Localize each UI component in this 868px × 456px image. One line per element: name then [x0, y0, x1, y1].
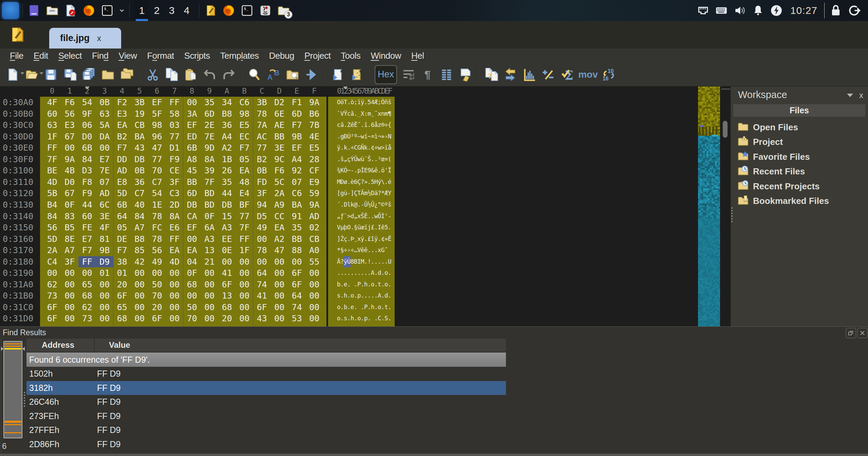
hex-row[interactable]: 0:319000000001010000000F00410064006F00..…	[0, 267, 730, 279]
hex-char[interactable]: k	[344, 142, 347, 154]
hex-byte[interactable]: 59	[306, 188, 323, 199]
hex-char[interactable]: b	[344, 302, 347, 313]
hex-byte[interactable]: EF	[183, 119, 201, 131]
hex-char[interactable]: .	[381, 256, 384, 268]
hex-byte[interactable]: 0F	[61, 199, 79, 211]
hex-byte[interactable]: 73	[43, 290, 61, 302]
hex-byte[interactable]: A0	[306, 245, 323, 256]
hex-byte[interactable]: 6F	[218, 279, 236, 290]
workspace-item-open-files[interactable]: Open Files	[737, 120, 865, 134]
hex-byte[interactable]: 00	[166, 279, 184, 290]
hex-char[interactable]: *	[381, 188, 384, 199]
menu-templates[interactable]: Templates	[215, 51, 264, 61]
app-menu-icon[interactable]	[26, 3, 41, 18]
hex-byte[interactable]: 70	[148, 165, 166, 176]
hex-byte[interactable]: 6B	[183, 142, 201, 154]
hex-char[interactable]: D	[371, 188, 374, 199]
hex-byte[interactable]: F1	[288, 97, 306, 108]
hex-char[interactable]: »	[384, 233, 388, 245]
hex-byte[interactable]: EA	[113, 119, 131, 131]
hex-byte[interactable]: 06	[78, 119, 96, 131]
hex-byte[interactable]: 00	[131, 290, 149, 302]
hex-char[interactable]	[371, 313, 374, 324]
hex-char[interactable]: I	[378, 222, 381, 233]
hex-char[interactable]: .	[378, 165, 381, 176]
hex-char[interactable]: 8	[351, 256, 354, 268]
hex-byte[interactable]: 60	[43, 108, 61, 120]
hex-byte[interactable]: 78	[148, 233, 166, 245]
hex-byte[interactable]: 4F	[96, 222, 114, 233]
hex-row[interactable]: 0:31104DD0F807E836C73FBB7F3548FD5C07E9MÐ…	[0, 176, 730, 188]
hex-byte[interactable]: 6F	[43, 313, 61, 324]
hex-byte[interactable]: DD	[113, 154, 131, 165]
hex-char[interactable]: .	[381, 290, 384, 302]
hex-byte[interactable]: B2	[253, 154, 271, 165]
copy-icon[interactable]	[164, 67, 180, 82]
hex-char[interactable]: ©	[381, 199, 384, 211]
hex-byte[interactable]: 7E	[96, 165, 114, 176]
hex-char[interactable]: ƒ	[340, 211, 344, 222]
hex-char[interactable]: V	[357, 245, 361, 256]
hex-byte[interactable]: AD	[96, 188, 114, 199]
hex-char[interactable]: Ú	[347, 131, 351, 142]
hex-byte[interactable]: BE	[43, 165, 61, 176]
hex-char[interactable]: N	[388, 131, 391, 142]
hex-char[interactable]: ù	[361, 154, 364, 165]
hex-char[interactable]: -	[351, 165, 354, 176]
hex-byte[interactable]: F6	[271, 165, 288, 176]
hex-byte[interactable]: 00	[201, 279, 219, 290]
hex-char[interactable]: ù	[344, 188, 347, 199]
hex-char[interactable]: £	[367, 233, 371, 245]
hex-byte[interactable]: E8	[113, 176, 131, 188]
hex-byte[interactable]: 81	[96, 233, 114, 245]
hex-char[interactable]: g	[340, 131, 344, 142]
hex-byte[interactable]: 00	[96, 142, 114, 154]
hex-byte[interactable]: 00	[253, 233, 271, 245]
hex-byte[interactable]: 77	[236, 211, 253, 222]
hex-char[interactable]: .	[364, 233, 367, 245]
hex-char[interactable]: ê	[374, 165, 378, 176]
hex-char[interactable]: Ð	[340, 176, 344, 188]
data-minimap[interactable]	[698, 87, 720, 326]
hex-char[interactable]: ì	[374, 131, 378, 142]
hex-byte[interactable]: C7	[148, 176, 166, 188]
find-icon[interactable]	[247, 67, 262, 82]
hex-byte[interactable]: 8A	[201, 154, 219, 165]
find-result-row[interactable]: 3182h FF D9	[26, 381, 506, 395]
hex-byte[interactable]: 07	[96, 176, 114, 188]
hex-char[interactable]: .	[354, 108, 357, 120]
hex-char[interactable]: ò	[351, 97, 354, 108]
word-wrap-icon[interactable]	[401, 67, 416, 82]
hex-byte[interactable]: A4	[288, 154, 306, 165]
hex-char[interactable]: ˆ	[384, 245, 388, 256]
hex-byte[interactable]: B8	[218, 108, 236, 120]
hex-char[interactable]: œ	[381, 154, 384, 165]
hex-char[interactable]: e	[344, 279, 347, 290]
hex-char[interactable]: .	[378, 233, 381, 245]
hex-char[interactable]: .	[374, 302, 378, 313]
hex-byte[interactable]: 68	[183, 279, 201, 290]
hex-char[interactable]: M	[361, 256, 364, 268]
operations-icon[interactable]	[541, 67, 556, 82]
file-manager-icon[interactable]	[45, 3, 60, 18]
save-all-icon[interactable]	[81, 67, 97, 82]
hex-char[interactable]: :	[364, 108, 367, 120]
hex-row[interactable]: 0:31408483603E6484788ACA0F1577D5CC91AD„ƒ…	[0, 211, 730, 222]
hex-char[interactable]: ý	[378, 176, 381, 188]
task-java-icon[interactable]	[258, 3, 273, 18]
hex-char[interactable]: h	[364, 279, 367, 290]
hex-row[interactable]: 0:30D01F67D0DAB2BA9677ED7EA4ECACBB9B4E.g…	[0, 131, 730, 142]
hex-byte[interactable]: 9B	[288, 131, 306, 142]
hex-byte[interactable]: 78	[148, 211, 166, 222]
hex-byte[interactable]: 20	[218, 313, 236, 324]
run-script-icon[interactable]	[329, 67, 345, 82]
hex-row[interactable]: 0:31605D8EE781DEB878FF00A3EEFF00A2BBCB]Ž…	[0, 233, 730, 245]
hex-byte[interactable]: A3	[201, 233, 219, 245]
hex-byte[interactable]: DA	[96, 131, 114, 142]
hex-byte[interactable]: EA	[166, 245, 184, 256]
hex-byte[interactable]: F9	[166, 154, 184, 165]
hex-char[interactable]: o	[337, 302, 340, 313]
hex-byte[interactable]: 55	[306, 256, 323, 268]
hex-char[interactable]: .	[374, 279, 378, 290]
hex-byte[interactable]: 07	[288, 176, 306, 188]
